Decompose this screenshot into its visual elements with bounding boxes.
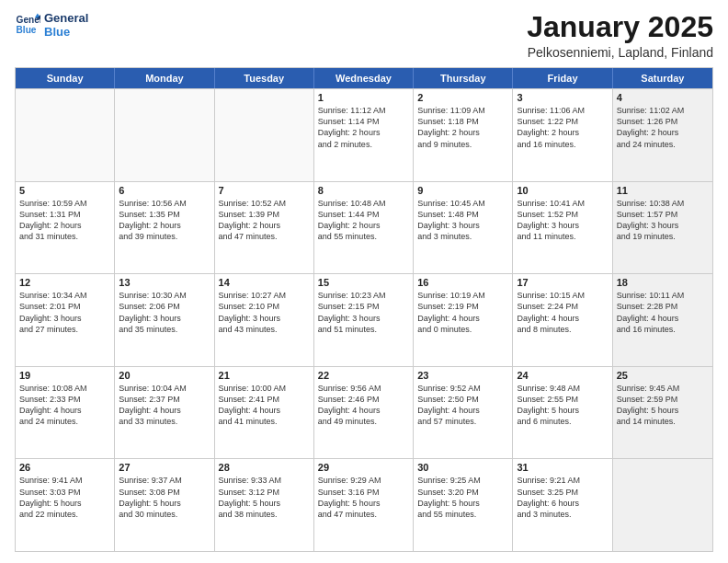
- calendar-cell: 1Sunrise: 11:12 AM Sunset: 1:14 PM Dayli…: [314, 89, 414, 181]
- calendar-cell: 7Sunrise: 10:52 AM Sunset: 1:39 PM Dayli…: [215, 182, 314, 274]
- calendar-cell: 31Sunrise: 9:21 AM Sunset: 3:25 PM Dayli…: [513, 459, 612, 551]
- day-number: 18: [617, 277, 709, 288]
- calendar-cell: 5Sunrise: 10:59 AM Sunset: 1:31 PM Dayli…: [16, 182, 115, 274]
- calendar-cell: 29Sunrise: 9:29 AM Sunset: 3:16 PM Dayli…: [314, 459, 414, 551]
- calendar-cell: 10Sunrise: 10:41 AM Sunset: 1:52 PM Dayl…: [513, 182, 612, 274]
- day-info: Sunrise: 10:41 AM Sunset: 1:52 PM Daylig…: [517, 198, 608, 243]
- calendar-cell: 21Sunrise: 10:00 AM Sunset: 2:41 PM Dayl…: [215, 367, 314, 459]
- calendar-header-cell: Thursday: [414, 68, 513, 88]
- day-info: Sunrise: 10:00 AM Sunset: 2:41 PM Daylig…: [219, 383, 310, 428]
- day-info: Sunrise: 10:27 AM Sunset: 2:10 PM Daylig…: [219, 290, 310, 335]
- day-number: 21: [219, 370, 310, 381]
- day-info: Sunrise: 10:19 AM Sunset: 2:19 PM Daylig…: [417, 290, 508, 335]
- calendar-header-cell: Sunday: [16, 68, 115, 88]
- calendar-cell: [115, 89, 214, 181]
- day-info: Sunrise: 9:21 AM Sunset: 3:25 PM Dayligh…: [517, 475, 608, 520]
- calendar-cell: 27Sunrise: 9:37 AM Sunset: 3:08 PM Dayli…: [115, 459, 214, 551]
- day-number: 3: [517, 92, 608, 103]
- calendar-cell: 6Sunrise: 10:56 AM Sunset: 1:35 PM Dayli…: [115, 182, 214, 274]
- calendar-header-cell: Friday: [513, 68, 612, 88]
- day-number: 2: [417, 92, 508, 103]
- day-info: Sunrise: 10:52 AM Sunset: 1:39 PM Daylig…: [219, 198, 310, 243]
- day-number: 27: [119, 462, 210, 473]
- day-number: 10: [517, 185, 608, 196]
- day-number: 24: [517, 370, 608, 381]
- calendar-header-cell: Wednesday: [314, 68, 414, 88]
- day-number: 30: [417, 462, 508, 473]
- calendar-cell: 12Sunrise: 10:34 AM Sunset: 2:01 PM Dayl…: [16, 274, 115, 366]
- page: General Blue General Blue January 2025 P…: [0, 0, 728, 563]
- calendar-cell: [215, 89, 314, 181]
- day-number: 14: [219, 277, 310, 288]
- day-number: 23: [417, 370, 508, 381]
- day-number: 31: [517, 462, 608, 473]
- calendar-subtitle: Pelkosenniemi, Lapland, Finland: [527, 45, 713, 60]
- calendar-header-cell: Tuesday: [215, 68, 314, 88]
- calendar-cell: 16Sunrise: 10:19 AM Sunset: 2:19 PM Dayl…: [414, 274, 513, 366]
- calendar-cell: 30Sunrise: 9:25 AM Sunset: 3:20 PM Dayli…: [414, 459, 513, 551]
- day-number: 6: [119, 185, 210, 196]
- calendar-cell: 19Sunrise: 10:08 AM Sunset: 2:33 PM Dayl…: [16, 367, 115, 459]
- day-info: Sunrise: 9:41 AM Sunset: 3:03 PM Dayligh…: [19, 475, 110, 520]
- day-info: Sunrise: 9:45 AM Sunset: 2:59 PM Dayligh…: [617, 383, 709, 428]
- day-number: 20: [119, 370, 210, 381]
- logo: General Blue General Blue: [15, 11, 88, 39]
- calendar-cell: 4Sunrise: 11:02 AM Sunset: 1:26 PM Dayli…: [613, 89, 712, 181]
- day-info: Sunrise: 10:30 AM Sunset: 2:06 PM Daylig…: [119, 290, 210, 335]
- calendar-header-cell: Saturday: [613, 68, 712, 88]
- calendar-cell: [613, 459, 712, 551]
- logo-general: General: [44, 11, 88, 25]
- title-block: January 2025 Pelkosenniemi, Lapland, Fin…: [527, 11, 713, 60]
- day-info: Sunrise: 9:56 AM Sunset: 2:46 PM Dayligh…: [318, 383, 409, 428]
- calendar-week: 26Sunrise: 9:41 AM Sunset: 3:03 PM Dayli…: [16, 458, 712, 551]
- day-number: 28: [219, 462, 310, 473]
- calendar-cell: 3Sunrise: 11:06 AM Sunset: 1:22 PM Dayli…: [513, 89, 612, 181]
- calendar-cell: 25Sunrise: 9:45 AM Sunset: 2:59 PM Dayli…: [613, 367, 712, 459]
- day-number: 25: [617, 370, 709, 381]
- calendar-cell: 18Sunrise: 10:11 AM Sunset: 2:28 PM Dayl…: [613, 274, 712, 366]
- calendar-cell: 17Sunrise: 10:15 AM Sunset: 2:24 PM Dayl…: [513, 274, 612, 366]
- calendar-cell: 11Sunrise: 10:38 AM Sunset: 1:57 PM Dayl…: [613, 182, 712, 274]
- calendar-cell: 9Sunrise: 10:45 AM Sunset: 1:48 PM Dayli…: [414, 182, 513, 274]
- calendar-header-cell: Monday: [115, 68, 214, 88]
- header: General Blue General Blue January 2025 P…: [15, 11, 713, 60]
- day-number: 11: [617, 185, 709, 196]
- day-info: Sunrise: 11:09 AM Sunset: 1:18 PM Daylig…: [417, 105, 508, 150]
- day-info: Sunrise: 10:59 AM Sunset: 1:31 PM Daylig…: [19, 198, 110, 243]
- calendar-week: 5Sunrise: 10:59 AM Sunset: 1:31 PM Dayli…: [16, 181, 712, 274]
- calendar-cell: 15Sunrise: 10:23 AM Sunset: 2:15 PM Dayl…: [314, 274, 414, 366]
- day-info: Sunrise: 10:56 AM Sunset: 1:35 PM Daylig…: [119, 198, 210, 243]
- calendar-title: January 2025: [527, 11, 713, 43]
- day-info: Sunrise: 9:48 AM Sunset: 2:55 PM Dayligh…: [517, 383, 608, 428]
- logo-blue: Blue: [44, 25, 88, 39]
- svg-text:Blue: Blue: [17, 25, 37, 35]
- day-number: 22: [318, 370, 409, 381]
- day-number: 26: [19, 462, 110, 473]
- day-number: 19: [19, 370, 110, 381]
- calendar-cell: 26Sunrise: 9:41 AM Sunset: 3:03 PM Dayli…: [16, 459, 115, 551]
- day-info: Sunrise: 9:25 AM Sunset: 3:20 PM Dayligh…: [417, 475, 508, 520]
- calendar-cell: 14Sunrise: 10:27 AM Sunset: 2:10 PM Dayl…: [215, 274, 314, 366]
- day-number: 4: [617, 92, 709, 103]
- day-info: Sunrise: 11:02 AM Sunset: 1:26 PM Daylig…: [617, 105, 709, 150]
- day-info: Sunrise: 9:29 AM Sunset: 3:16 PM Dayligh…: [318, 475, 409, 520]
- day-number: 29: [318, 462, 409, 473]
- calendar-week: 1Sunrise: 11:12 AM Sunset: 1:14 PM Dayli…: [16, 88, 712, 181]
- day-info: Sunrise: 10:04 AM Sunset: 2:37 PM Daylig…: [119, 383, 210, 428]
- day-info: Sunrise: 10:11 AM Sunset: 2:28 PM Daylig…: [617, 290, 709, 335]
- day-info: Sunrise: 9:52 AM Sunset: 2:50 PM Dayligh…: [417, 383, 508, 428]
- day-info: Sunrise: 9:33 AM Sunset: 3:12 PM Dayligh…: [219, 475, 310, 520]
- day-number: 17: [517, 277, 608, 288]
- calendar: SundayMondayTuesdayWednesdayThursdayFrid…: [15, 67, 713, 552]
- day-number: 7: [219, 185, 310, 196]
- day-info: Sunrise: 10:34 AM Sunset: 2:01 PM Daylig…: [19, 290, 110, 335]
- day-number: 15: [318, 277, 409, 288]
- calendar-cell: 20Sunrise: 10:04 AM Sunset: 2:37 PM Dayl…: [115, 367, 214, 459]
- day-number: 16: [417, 277, 508, 288]
- day-number: 12: [19, 277, 110, 288]
- calendar-cell: 2Sunrise: 11:09 AM Sunset: 1:18 PM Dayli…: [414, 89, 513, 181]
- day-info: Sunrise: 10:15 AM Sunset: 2:24 PM Daylig…: [517, 290, 608, 335]
- day-info: Sunrise: 10:45 AM Sunset: 1:48 PM Daylig…: [417, 198, 508, 243]
- calendar-cell: [16, 89, 115, 181]
- day-info: Sunrise: 10:23 AM Sunset: 2:15 PM Daylig…: [318, 290, 409, 335]
